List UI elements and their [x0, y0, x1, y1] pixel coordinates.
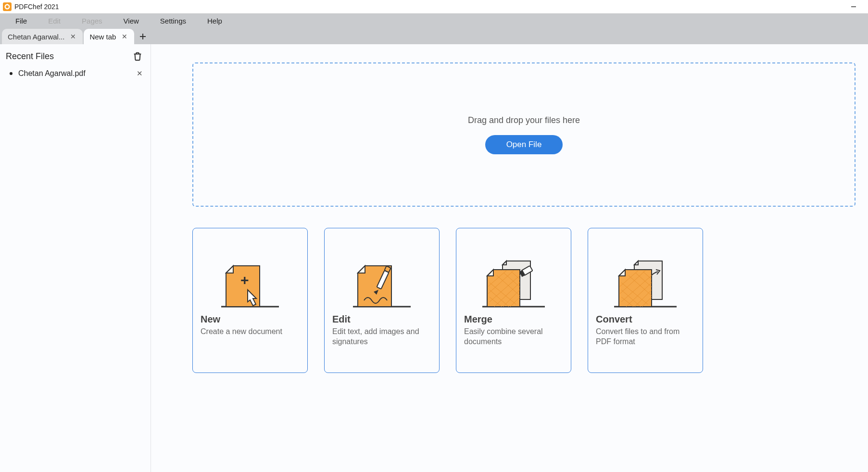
menubar: File Edit Pages View Settings Help	[0, 13, 868, 28]
trash-icon[interactable]	[132, 51, 143, 62]
close-icon[interactable]: ✕	[135, 69, 144, 78]
card-title: Merge	[464, 314, 563, 325]
recent-files-title: Recent Files	[6, 51, 54, 62]
bullet-icon	[10, 72, 13, 75]
menu-view[interactable]: View	[113, 15, 150, 27]
add-tab-button[interactable]	[135, 29, 151, 44]
svg-point-2	[6, 5, 9, 8]
merge-documents-icon	[464, 237, 563, 309]
card-merge[interactable]: Merge Easily combine several documents	[456, 228, 571, 373]
titlebar: PDFChef 2021	[0, 0, 868, 13]
open-file-button[interactable]: Open File	[485, 135, 563, 154]
tab-document[interactable]: Chetan Agarwal... ✕	[2, 29, 83, 44]
svg-rect-3	[7, 4, 8, 5]
app-title: PDFChef 2021	[14, 3, 59, 11]
minimize-button[interactable]	[849, 2, 858, 12]
app-logo-icon	[3, 2, 12, 11]
dropzone-hint: Drag and drop your files here	[468, 115, 580, 125]
chrome-strip: File Edit Pages View Settings Help Cheta…	[0, 13, 868, 44]
sidebar-header: Recent Files	[5, 51, 146, 66]
sidebar: Recent Files Chetan Agarwal.pdf ✕	[0, 44, 151, 472]
recent-file-item[interactable]: Chetan Agarwal.pdf ✕	[5, 66, 146, 81]
edit-document-icon	[332, 237, 431, 309]
convert-documents-icon	[596, 237, 695, 309]
menu-pages: Pages	[71, 15, 113, 27]
tab-new[interactable]: New tab ✕	[84, 29, 134, 44]
card-title: Edit	[332, 314, 431, 325]
main-panel: Drag and drop your files here Open File …	[151, 44, 868, 472]
recent-file-name: Chetan Agarwal.pdf	[18, 69, 135, 78]
card-title: New	[201, 314, 300, 325]
close-icon[interactable]: ✕	[121, 33, 128, 40]
card-new[interactable]: + New Create a new document	[192, 228, 308, 373]
card-title: Convert	[596, 314, 695, 325]
svg-text:+: +	[240, 272, 249, 288]
close-icon[interactable]: ✕	[69, 33, 77, 40]
card-edit[interactable]: Edit Edit text, add images and signature…	[324, 228, 440, 373]
workspace: Recent Files Chetan Agarwal.pdf ✕ Drag a…	[0, 44, 868, 472]
card-desc: Convert files to and from PDF format	[596, 327, 695, 347]
action-cards: + New Create a new document	[192, 228, 855, 373]
card-desc: Create a new document	[201, 327, 300, 337]
card-desc: Easily combine several documents	[464, 327, 563, 347]
tab-label: Chetan Agarwal...	[8, 33, 64, 41]
dropzone[interactable]: Drag and drop your files here Open File	[192, 62, 855, 207]
menu-settings[interactable]: Settings	[150, 15, 197, 27]
menu-help[interactable]: Help	[197, 15, 233, 27]
card-desc: Edit text, add images and signatures	[332, 327, 431, 347]
tab-label: New tab	[89, 33, 116, 41]
new-document-icon: +	[201, 237, 300, 309]
tabbar: Chetan Agarwal... ✕ New tab ✕	[0, 28, 868, 44]
menu-edit: Edit	[38, 15, 71, 27]
card-convert[interactable]: Convert Convert files to and from PDF fo…	[588, 228, 703, 373]
menu-file[interactable]: File	[5, 15, 38, 27]
